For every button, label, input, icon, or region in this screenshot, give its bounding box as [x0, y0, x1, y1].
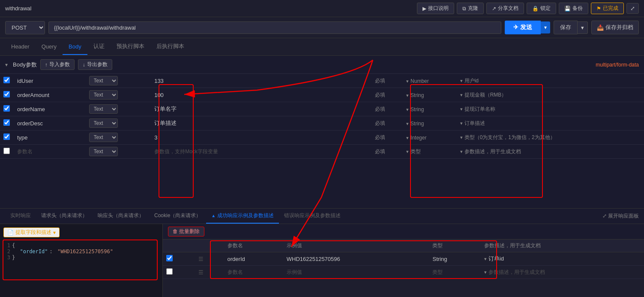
- param-data-type: String: [410, 106, 424, 112]
- api-doc-button[interactable]: ▶ 接口说明: [417, 3, 454, 14]
- backup-button[interactable]: 💾 备份: [559, 3, 588, 14]
- batch-delete-button[interactable]: 🗑 批量删除: [168, 227, 204, 236]
- multipart-label: multipart/form-data: [596, 62, 639, 68]
- chevron-small-icon: ▾: [406, 149, 409, 154]
- flag-icon: ⚑: [596, 6, 601, 12]
- page-title: withdrawal: [5, 5, 31, 12]
- resp-param-name: 参数名: [224, 266, 283, 279]
- resp-type: 类型: [429, 266, 481, 279]
- chevron-small-icon2: ▾: [460, 121, 463, 126]
- param-type-select[interactable]: Text File JSON: [89, 104, 118, 114]
- chevron-small-icon: ▾: [406, 107, 409, 112]
- expand-button[interactable]: ⤢: [626, 3, 639, 14]
- resp-type: String: [429, 252, 481, 266]
- required-badge: 必填: [375, 148, 385, 155]
- param-name: type: [17, 134, 28, 141]
- tab-post-script[interactable]: 后执行脚本: [150, 38, 190, 55]
- completed-button[interactable]: ⚑ 已完成: [591, 3, 624, 14]
- param-required-cell: 必填: [371, 116, 403, 130]
- tab-auth[interactable]: 认证: [87, 38, 111, 55]
- resp-tab-request-header[interactable]: 请求头（尚未请求）: [36, 209, 93, 224]
- param-name-cell: orderDesc: [14, 116, 86, 130]
- send-btn-group: ✈ 发送 ▾: [505, 21, 550, 34]
- required-badge: 必填: [375, 106, 385, 112]
- bottom-section: 实时响应 请求头（尚未请求） 响应头（尚未请求） Cookie（尚未请求） ▲ …: [0, 208, 644, 297]
- param-type-select[interactable]: Text File JSON: [89, 118, 118, 128]
- save-button[interactable]: 保存: [554, 21, 578, 34]
- table-row: orderName Text File JSON 订单名字 必填 ▾ Strin…: [0, 102, 644, 116]
- method-select[interactable]: POST GET PUT DELETE: [5, 21, 45, 34]
- param-data-type: Number: [410, 78, 429, 84]
- required-badge: 必填: [375, 78, 385, 84]
- param-value: 3: [154, 134, 157, 141]
- down-arrow-icon: ↓: [83, 62, 85, 68]
- resp-example-value: WHD1622512570596: [283, 252, 429, 266]
- param-type-select[interactable]: Text File JSON: [89, 133, 118, 142]
- save-archive-button[interactable]: 📥 保存并归档: [591, 21, 639, 34]
- param-checkbox[interactable]: [3, 148, 10, 154]
- up-arrow-icon: ↑: [45, 62, 48, 68]
- param-name-cell: idUser: [14, 74, 86, 88]
- resp-tab-success[interactable]: ▲ 成功响应示例及参数描述: [206, 209, 279, 224]
- table-row: type Text File JSON 3 必填 ▾ Integer ▾ 类型（…: [0, 130, 644, 145]
- param-desc: 类型（0为支付宝，1为微信，2为其他）: [464, 134, 555, 140]
- sort-icon: ☰: [198, 256, 204, 262]
- resp-checkbox[interactable]: [166, 268, 173, 275]
- param-value-cell: 3: [151, 130, 371, 145]
- param-datatype-cell: ▾ String: [403, 102, 457, 116]
- resp-desc: ▾ 订单id: [481, 252, 644, 266]
- col-checkbox: [163, 239, 195, 252]
- response-tabs: 实时响应 请求头（尚未请求） 响应头（尚未请求） Cookie（尚未请求） ▲ …: [0, 209, 644, 224]
- collapse-icon: ▲: [211, 213, 216, 218]
- tab-pre-script[interactable]: 预执行脚本: [111, 38, 150, 55]
- param-checkbox[interactable]: [3, 77, 10, 83]
- clone-button[interactable]: ⧉ 克隆: [457, 3, 484, 14]
- chevron-icon: ▾: [5, 62, 8, 68]
- col-example: 示例值: [283, 239, 429, 252]
- tab-query[interactable]: Query: [36, 39, 63, 55]
- param-type-select[interactable]: Text File JSON: [89, 76, 118, 85]
- required-badge: 必填: [375, 120, 385, 126]
- param-required-cell: 必填: [371, 102, 403, 116]
- param-checkbox[interactable]: [3, 133, 10, 140]
- lock-button[interactable]: 🔒 锁定: [527, 3, 556, 14]
- save-dropdown[interactable]: ▾: [578, 21, 588, 34]
- param-checkbox[interactable]: [3, 91, 10, 97]
- resp-tab-cookie[interactable]: Cookie（尚未请求）: [149, 209, 206, 224]
- param-desc-cell: ▾ 提现金额（RMB）: [457, 88, 644, 102]
- col-type: 类型: [429, 239, 481, 252]
- param-checkbox[interactable]: [3, 119, 10, 126]
- resp-checkbox[interactable]: [166, 255, 173, 261]
- param-desc: 提现金额（RMB）: [464, 92, 507, 98]
- param-type-select[interactable]: Text File JSON: [89, 147, 118, 156]
- tab-body[interactable]: Body: [63, 39, 87, 55]
- param-data-type: String: [410, 92, 424, 98]
- send-button[interactable]: ✈ 发送: [505, 21, 541, 34]
- extract-fields-button[interactable]: 📄 提取字段和描述 ▾: [3, 227, 60, 237]
- param-desc-cell: ▾ 用户id: [457, 74, 644, 88]
- param-value-cell: 133: [151, 74, 371, 88]
- table-row: orderDesc Text File JSON 订单描述 必填 ▾ Strin…: [0, 116, 644, 130]
- resp-desc: ▾ 参数描述，用于生成文档: [481, 266, 644, 279]
- import-params-button[interactable]: ↑ 导入参数: [40, 59, 75, 70]
- tab-header[interactable]: Header: [5, 39, 36, 55]
- send-dropdown[interactable]: ▾: [541, 21, 550, 33]
- chevron-small-icon: ▾: [406, 79, 409, 84]
- param-value: 100: [154, 92, 164, 98]
- export-params-button[interactable]: ↓ 导出参数: [78, 59, 112, 70]
- param-name-cell: orderAmount: [14, 88, 86, 102]
- params-table-wrapper: idUser Text File JSON 133 必填 ▾ Number ▾ …: [0, 74, 644, 159]
- share-icon: ↗: [492, 6, 496, 12]
- resp-tab-response-header[interactable]: 响应头（尚未请求）: [93, 209, 149, 224]
- expand-panel-button[interactable]: ⤢ 展开响应面板: [602, 212, 639, 220]
- param-required-cell: 必填: [371, 74, 403, 88]
- share-doc-button[interactable]: ↗ 分享文档: [486, 3, 524, 14]
- param-type-select[interactable]: Text File JSON: [89, 90, 118, 100]
- url-input[interactable]: [48, 21, 501, 34]
- json-line-2: 2 "orderId" : "WHD1622512570596": [3, 249, 159, 255]
- table-row: ☰ 参数名 示例值 类型 ▾ 参数描述，用于生成文档: [163, 266, 644, 279]
- param-checkbox[interactable]: [3, 105, 10, 112]
- resp-tab-error[interactable]: 错误响应示例及参数描述: [279, 209, 346, 224]
- param-data-type: Integer: [410, 135, 426, 141]
- resp-tab-realtime[interactable]: 实时响应: [5, 209, 36, 224]
